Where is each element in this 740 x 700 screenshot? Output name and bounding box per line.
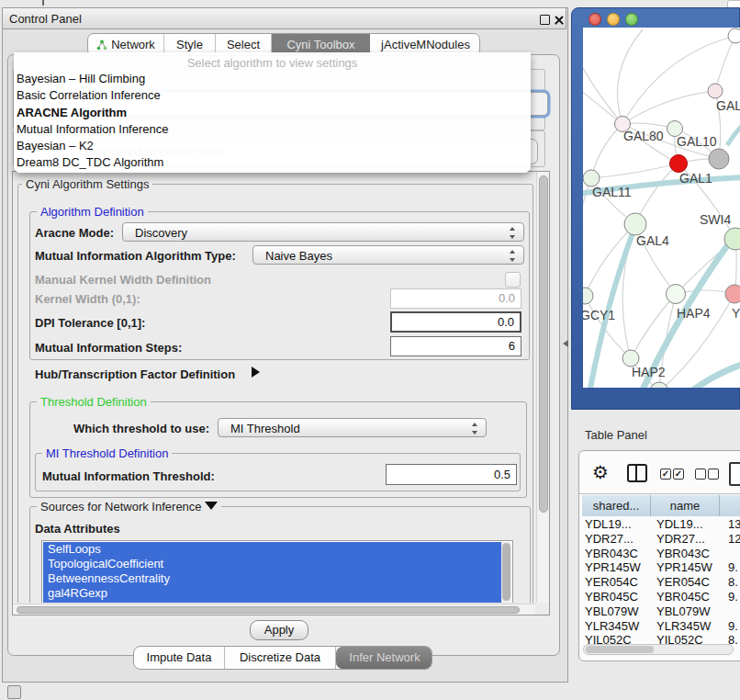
kernel-width-input[interactable]: 0.0 (390, 288, 521, 309)
which-threshold-label: Which threshold to use: (73, 422, 209, 435)
column-header-name[interactable]: name (651, 495, 720, 516)
sources-title[interactable]: Sources for Network Inference (37, 501, 221, 513)
algorithm-option[interactable]: Dream8 DC_TDC Algorithm (17, 154, 168, 171)
column-header-extra[interactable] (720, 495, 740, 516)
table-cell: YBR045C (582, 590, 654, 604)
algorithm-dropdown: Select algorithm to view settings Bayesi… (14, 52, 531, 173)
mi-threshold-title: MI Threshold Definition (42, 447, 172, 459)
node-label: GAL11 (592, 185, 632, 199)
node-label: HAP4 (677, 306, 711, 321)
zoom-traffic-light[interactable] (625, 13, 638, 26)
close-traffic-light[interactable] (589, 13, 601, 26)
bottom-tabs: Impute DataDiscretize DataInfer Network (133, 646, 432, 670)
aracne-mode-label: Aracne Mode: (35, 226, 114, 240)
minimize-traffic-light[interactable] (607, 13, 620, 26)
mi-threshold-label: Mutual Information Threshold: (42, 469, 215, 483)
table-cell: YDL19... (654, 517, 725, 532)
table-header: shared...name (582, 495, 740, 516)
network-node-y[interactable] (725, 285, 740, 303)
settings-hscrollbar[interactable] (13, 604, 535, 615)
table-hscrollbar[interactable] (583, 644, 734, 655)
table-row[interactable]: YER054CYER054C8. (582, 575, 740, 590)
table-row[interactable]: YLR345WYLR345W9. (582, 619, 740, 634)
node-label: GAL10 (677, 134, 717, 149)
apply-button[interactable]: Apply (250, 620, 308, 640)
data-attribute-item[interactable]: SelfLoops (43, 542, 501, 557)
list-scrollbar[interactable] (501, 542, 511, 603)
table-cell: YBL079W (582, 604, 654, 619)
mi-steps-label: Mutual Information Steps: (35, 341, 182, 355)
node-label: SWI4 (700, 212, 731, 227)
table-row[interactable]: YBL079WYBL079W (582, 604, 740, 619)
table-row[interactable]: YDL19...YDL19...13 (582, 517, 740, 532)
spinner-arrows-icon (472, 423, 479, 435)
which-threshold-combo[interactable]: MI Threshold (218, 418, 487, 437)
table-cell: YBL079W (654, 604, 725, 619)
hub-definition-label[interactable]: Hub/Transcription Factor Definition (35, 367, 235, 381)
data-attributes-label: Data Attributes (35, 522, 120, 536)
network-node-gal[interactable] (708, 84, 723, 98)
select-all-icon[interactable]: ✓ ✓ (660, 469, 688, 479)
network-node-hap4[interactable] (667, 285, 686, 304)
new-table-icon[interactable] (729, 462, 740, 486)
mi-type-combo[interactable]: Naive Bayes (252, 245, 524, 265)
algorithm-option[interactable]: Bayesian – Hill Climbing (17, 71, 168, 87)
node-label: HAP2 (632, 365, 666, 379)
table-row[interactable]: YBR045CYBR045C9. (582, 590, 740, 604)
node-label: Y (732, 306, 740, 321)
bottom-tab-discretize-data[interactable]: Discretize Data (225, 647, 336, 669)
table-panel-window: ⚙ ✓ ✓ shared...name YDL19...YDL19...13YD… (578, 450, 740, 661)
data-attribute-item[interactable]: BetweennessCentrality (43, 571, 501, 586)
table-row[interactable]: YPR145WYPR145W9. (582, 560, 740, 575)
table-cell (725, 604, 740, 619)
network-node[interactable] (709, 149, 729, 169)
algorithm-option[interactable]: ARACNE Algorithm (17, 105, 168, 121)
collapse-down-icon (205, 502, 218, 510)
mi-type-value: Naive Bayes (265, 249, 332, 263)
panel-collapse-arrow-icon[interactable] (563, 340, 568, 347)
table-cell: YDR27... (654, 532, 725, 547)
mi-steps-input[interactable]: 6 (390, 336, 521, 356)
cyni-settings-title: Cyni Algorithm Settings (22, 178, 152, 190)
table-cell: YBR043C (654, 547, 725, 561)
column-header-shared...[interactable]: shared... (582, 495, 651, 516)
expand-right-icon[interactable] (252, 367, 260, 378)
aracne-mode-combo[interactable]: Discovery (122, 222, 524, 242)
network-node-gal4[interactable] (624, 213, 646, 235)
algorithm-option[interactable]: Bayesian – K2 (17, 138, 168, 154)
table-row[interactable]: YDR27...YDR27...12 (582, 532, 740, 547)
table-cell: YDR27... (582, 532, 654, 547)
float-window-icon[interactable] (540, 15, 550, 25)
algorithm-option[interactable]: Basic Correlation Inference (17, 87, 168, 104)
mi-threshold-input[interactable]: 0.5 (386, 464, 517, 485)
table-cell: YLR345W (654, 619, 725, 634)
table-cell: YDL19... (582, 517, 654, 532)
column-selector-icon[interactable] (627, 464, 647, 482)
network-node[interactable] (728, 28, 740, 43)
table-cell: YLR345W (582, 619, 654, 634)
table-cell: 13 (725, 517, 740, 532)
dpi-tolerance-input[interactable]: 0.0 (390, 311, 521, 333)
spinner-arrows-icon (510, 250, 517, 262)
bottom-tab-infer-network[interactable]: Infer Network (336, 647, 432, 669)
node-label: GAL80 (623, 129, 664, 143)
data-attributes-list[interactable]: SelfLoopsTopologicalCoefficientBetweenne… (41, 540, 513, 603)
control-panel-titlebar[interactable] (2, 7, 566, 29)
mi-type-label: Mutual Information Algorithm Type: (35, 249, 236, 263)
gear-icon[interactable]: ⚙ (592, 461, 609, 483)
node-label: GCY1 (583, 308, 615, 322)
algorithm-option[interactable]: Mutual Information Inference (17, 121, 168, 138)
table-cell: YER054C (582, 575, 654, 590)
manual-kernel-checkbox[interactable] (505, 272, 521, 288)
close-icon[interactable] (554, 15, 565, 26)
table-row[interactable]: YBR043CYBR043C (582, 547, 740, 561)
table-cell: 8. (725, 575, 740, 590)
network-node-gal1[interactable] (670, 155, 688, 173)
deselect-all-icon[interactable] (695, 469, 723, 479)
status-grid-icon[interactable] (7, 685, 21, 699)
settings-vscrollbar[interactable] (536, 172, 549, 603)
data-attribute-item[interactable]: TopologicalCoefficient (43, 557, 501, 571)
network-canvas[interactable]: GALGAL80GAL10GAL1GAL11GAL4SWI4GCY1HAP4YH… (583, 28, 740, 388)
data-attribute-item[interactable]: gal4RGexp (43, 586, 501, 601)
bottom-tab-impute-data[interactable]: Impute Data (134, 647, 225, 669)
